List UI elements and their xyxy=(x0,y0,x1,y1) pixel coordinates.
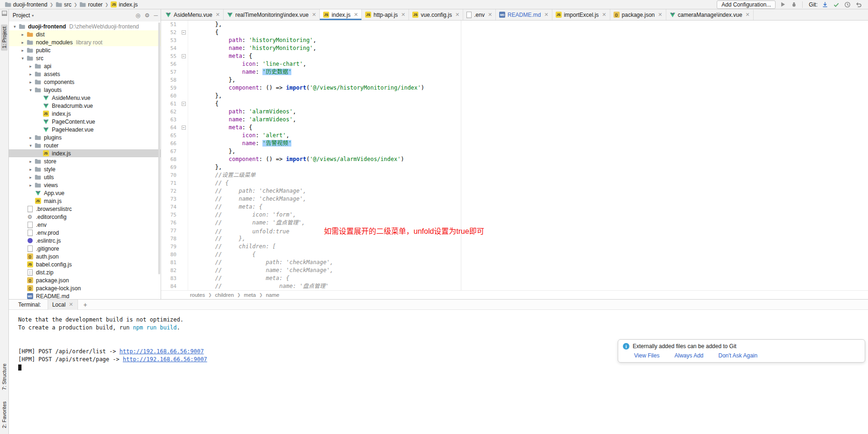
chevron-icon[interactable]: ▸ xyxy=(20,48,26,53)
tree-item[interactable]: {}package.json xyxy=(9,276,161,284)
tree-item[interactable]: ▸plugins xyxy=(9,133,161,141)
fold-icon[interactable]: − xyxy=(182,54,186,58)
tree-item[interactable]: ▾router xyxy=(9,141,161,149)
close-icon[interactable]: ✕ xyxy=(216,12,220,17)
tree-item[interactable]: ▸style xyxy=(9,165,161,173)
editor-tab[interactable]: AsideMenu.vue✕ xyxy=(162,9,224,20)
chevron-icon[interactable]: ▸ xyxy=(20,32,26,37)
tree-item[interactable]: JSindex.js xyxy=(9,149,161,157)
tree-item[interactable]: ▸node_moduleslibrary root xyxy=(9,38,161,46)
breadcrumb-item[interactable]: src xyxy=(55,1,72,8)
new-terminal-icon[interactable]: + xyxy=(80,301,91,308)
code-line[interactable]: 70 //设置二级菜单 xyxy=(161,171,868,179)
tree-item[interactable]: Breadcrumb.vue xyxy=(9,102,161,110)
rollback-icon[interactable] xyxy=(854,0,862,8)
chevron-icon[interactable]: ▸ xyxy=(28,159,34,164)
notification-action-link[interactable]: Don't Ask Again xyxy=(719,352,758,359)
close-icon[interactable]: ✕ xyxy=(658,12,662,17)
code-line[interactable]: 54 name: 'historyMonitoring', xyxy=(161,44,868,52)
tree-item[interactable]: ▸public xyxy=(9,46,161,54)
code-line[interactable]: 65 icon: 'alert', xyxy=(161,132,868,140)
code-line[interactable]: 81 // path: 'checkManage', xyxy=(161,259,868,266)
tree-item[interactable]: ▸api xyxy=(9,62,161,70)
fold-icon[interactable]: − xyxy=(182,126,186,130)
breadcrumb-segment[interactable]: routes xyxy=(190,292,205,298)
chevron-icon[interactable]: ▾ xyxy=(20,56,26,61)
code-line[interactable]: 71 // { xyxy=(161,179,868,187)
chevron-icon[interactable]: ▸ xyxy=(20,40,26,45)
tree-item[interactable]: App.vue xyxy=(9,189,161,197)
terminal-output[interactable]: Note that the development build is not o… xyxy=(9,310,868,434)
code-line[interactable]: 83 // meta: { xyxy=(161,274,868,282)
tree-item[interactable]: {}package-lock.json xyxy=(9,284,161,292)
hide-panel-icon[interactable]: ─ xyxy=(154,13,158,18)
git-update-icon[interactable] xyxy=(821,0,829,8)
tree-item[interactable]: JSindex.js xyxy=(9,110,161,118)
code-line[interactable]: 55− meta: { xyxy=(161,52,868,60)
chevron-icon[interactable]: ▸ xyxy=(28,64,34,69)
tree-item[interactable]: .gitignore xyxy=(9,245,161,252)
breadcrumb-item[interactable]: router xyxy=(78,1,103,8)
code-line[interactable]: 79 // children: [ xyxy=(161,243,868,251)
locate-file-icon[interactable]: ◎ xyxy=(135,13,140,18)
code-line[interactable]: 59 component: () => import('@/views/hist… xyxy=(161,84,868,92)
close-icon[interactable]: ✕ xyxy=(354,12,358,17)
tree-item[interactable]: ▾layouts xyxy=(9,86,161,94)
code-line[interactable]: 64− meta: { xyxy=(161,124,868,132)
git-commit-icon[interactable] xyxy=(832,0,840,8)
tree-item[interactable]: .eslintrc.js xyxy=(9,237,161,245)
editor-tab[interactable]: JSindex.js✕ xyxy=(320,9,362,20)
tree-item[interactable]: ▸dist xyxy=(9,30,161,38)
editor-tab[interactable]: JSimportExcel.js✕ xyxy=(552,9,610,20)
code-line[interactable]: 77 // unfold:true如需设置展开的二级菜单，unfold设置为tr… xyxy=(161,227,868,235)
close-icon[interactable]: ✕ xyxy=(312,12,316,17)
tree-item[interactable]: JSbabel.config.js xyxy=(9,260,161,268)
chevron-icon[interactable]: ▸ xyxy=(28,175,34,180)
breadcrumb-segment[interactable]: name xyxy=(266,292,279,298)
breadcrumb-segment[interactable]: children xyxy=(215,292,234,298)
code-line[interactable]: 82 // name: 'checkManage', xyxy=(161,266,868,274)
tree-item[interactable]: ▸assets xyxy=(9,70,161,78)
tree-item[interactable]: PageContent.vue xyxy=(9,118,161,126)
close-icon[interactable]: ✕ xyxy=(455,12,459,17)
code-line[interactable]: 76 // name: '盘点管理', xyxy=(161,219,868,227)
project-panel-title[interactable]: Project xyxy=(13,12,30,19)
tree-item[interactable]: ▸utils xyxy=(9,173,161,181)
tree-item[interactable]: JSmain.js xyxy=(9,197,161,205)
code-line[interactable]: 73 // name: 'checkManage', xyxy=(161,195,868,203)
terminal-link[interactable]: http://192.168.66.56:9007 xyxy=(120,348,204,355)
editor-tab[interactable]: .env✕ xyxy=(463,9,496,20)
code-line[interactable]: 80 // { xyxy=(161,251,868,259)
chevron-icon[interactable]: ▸ xyxy=(28,80,34,84)
project-scrollbar[interactable] xyxy=(158,22,160,274)
breadcrumb-item[interactable]: JSindex.js xyxy=(110,1,139,8)
code-line[interactable]: 78 // }, xyxy=(161,235,868,243)
chevron-icon[interactable]: ▾ xyxy=(28,88,34,92)
breadcrumb-item[interactable]: duoji-frontend xyxy=(4,1,48,8)
terminal-tab-local[interactable]: Local ✕ xyxy=(48,300,78,310)
tree-item[interactable]: .env xyxy=(9,221,161,229)
code-line[interactable]: 61− { xyxy=(161,100,868,108)
close-icon[interactable]: ✕ xyxy=(746,12,750,17)
tree-item[interactable]: ▸views xyxy=(9,181,161,189)
history-icon[interactable] xyxy=(843,0,851,8)
tree-item[interactable]: ▸store xyxy=(9,157,161,165)
editor-tab[interactable]: MDREADME.md✕ xyxy=(496,9,552,20)
chevron-icon[interactable]: ▸ xyxy=(28,72,34,77)
code-line[interactable]: 57 name: '历史数据' xyxy=(161,68,868,76)
code-line[interactable]: 63 name: 'alarmVideos', xyxy=(161,116,868,124)
editor-tab[interactable]: JSvue.config.js✕ xyxy=(409,9,463,20)
notification-action-link[interactable]: Always Add xyxy=(674,352,703,359)
tree-item[interactable]: ⚙.editorconfig xyxy=(9,213,161,221)
code-line[interactable]: 53 path: 'historyMonitoring', xyxy=(161,36,868,44)
code-line[interactable]: 66 name: '告警视频' xyxy=(161,140,868,147)
tree-item[interactable]: {}auth.json xyxy=(9,252,161,260)
code-line[interactable]: 67 }, xyxy=(161,147,868,155)
add-configuration-button[interactable]: Add Configuration... xyxy=(717,0,776,9)
code-line[interactable]: 84 // name: '盘点管理' xyxy=(161,282,868,290)
editor-tab[interactable]: {}package.json✕ xyxy=(610,9,666,20)
run-icon[interactable] xyxy=(779,0,787,8)
tree-item[interactable]: .env.prod xyxy=(9,229,161,237)
gear-icon[interactable]: ⚙ xyxy=(145,13,150,18)
tree-item[interactable]: AsideMenu.vue xyxy=(9,94,161,102)
